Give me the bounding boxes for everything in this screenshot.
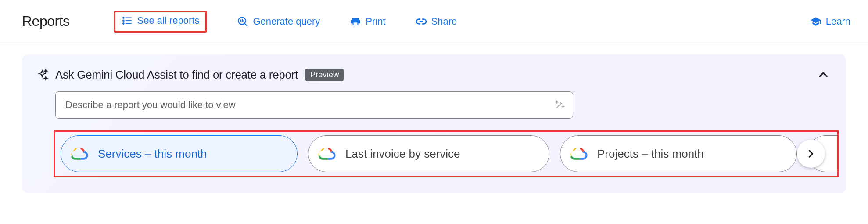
generate-query-button[interactable]: Generate query: [237, 13, 320, 30]
share-button[interactable]: Share: [416, 13, 457, 30]
cloud-logo-icon: [318, 145, 336, 163]
chip-label: Services – this month: [98, 147, 207, 161]
page-header: Reports See all reports Generate query P…: [0, 0, 868, 43]
learn-icon: [810, 16, 821, 27]
carousel-next-button[interactable]: [797, 140, 825, 168]
collapse-button[interactable]: [814, 66, 832, 83]
chip-label: Last invoice by service: [345, 147, 460, 161]
preview-badge: Preview: [305, 69, 344, 81]
print-icon: [350, 16, 361, 27]
learn-label: Learn: [826, 16, 850, 27]
sparkle-icon: [36, 69, 48, 81]
svg-point-4: [123, 23, 124, 24]
assist-input[interactable]: [65, 99, 549, 111]
cloud-logo-icon: [71, 145, 88, 163]
assist-panel-header: Ask Gemini Cloud Assist to find or creat…: [36, 66, 832, 83]
share-label: Share: [431, 16, 457, 27]
chevron-right-icon: [805, 148, 817, 160]
svg-point-0: [123, 17, 124, 18]
chip-services-this-month[interactable]: Services – this month: [61, 135, 298, 172]
header-actions: See all reports Generate query Print Sha…: [114, 11, 457, 33]
list-icon: [122, 15, 133, 26]
chevron-up-icon: [816, 68, 830, 82]
assist-title: Ask Gemini Cloud Assist to find or creat…: [55, 68, 298, 82]
assist-search[interactable]: [55, 91, 573, 119]
suggestion-chips: Services – this month Last invoice by se…: [54, 130, 839, 177]
link-icon: [416, 16, 427, 27]
page-title: Reports: [22, 13, 70, 29]
query-icon: [237, 16, 248, 27]
print-button[interactable]: Print: [350, 13, 385, 30]
svg-line-7: [245, 23, 247, 26]
chip-projects-this-month[interactable]: Projects – this month: [560, 135, 797, 172]
assist-panel: Ask Gemini Cloud Assist to find or creat…: [22, 54, 846, 193]
chip-last-invoice-by-service[interactable]: Last invoice by service: [308, 135, 549, 172]
print-label: Print: [366, 16, 385, 27]
learn-button[interactable]: Learn: [810, 13, 850, 30]
generate-query-label: Generate query: [253, 16, 320, 27]
cloud-logo-icon: [570, 145, 588, 163]
chip-label: Projects – this month: [597, 147, 704, 161]
magic-wand-icon: [554, 100, 565, 110]
see-all-reports-button[interactable]: See all reports: [114, 11, 208, 33]
see-all-reports-label: See all reports: [137, 15, 200, 26]
svg-point-2: [123, 20, 124, 21]
